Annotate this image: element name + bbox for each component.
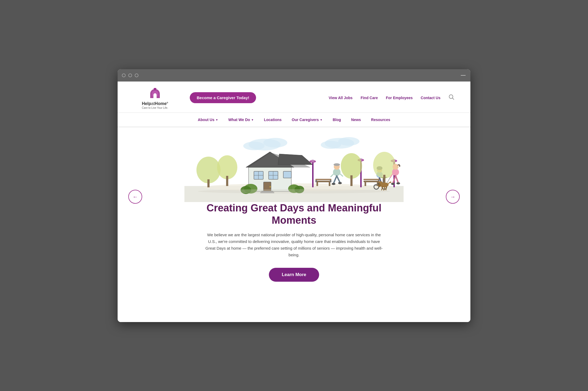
svg-point-48 [338,182,342,184]
svg-rect-68 [365,182,366,186]
browser-dots [122,73,138,77]
svg-rect-11 [207,179,210,187]
svg-point-47 [332,183,335,185]
svg-point-4 [243,142,265,150]
svg-rect-38 [316,182,318,186]
nav-link-find-care[interactable]: Find Care [361,96,378,100]
svg-line-45 [334,176,337,183]
dot-maximize[interactable] [135,73,138,77]
hero-title: Creating Great Days and Meaningful Momen… [187,202,401,226]
nav-link-for-employees[interactable]: For Employees [386,96,413,100]
logo-text: HelpatHome® [142,101,168,106]
nav-item-locations[interactable]: Locations [260,115,286,124]
svg-rect-40 [315,180,317,182]
svg-rect-66 [363,181,380,182]
svg-rect-33 [312,162,314,187]
hero-illustration [184,133,404,202]
svg-rect-37 [315,179,331,180]
svg-point-26 [270,186,271,188]
hero-section: ← [118,127,470,295]
svg-line-1 [452,98,454,100]
svg-point-3 [263,138,287,148]
nav-link-view-all-jobs[interactable]: View All Jobs [329,96,353,100]
hero-description: We believe we are the largest national p… [203,232,385,258]
svg-rect-67 [363,179,380,180]
svg-point-90 [198,189,390,193]
search-icon[interactable] [448,94,454,101]
nav-item-what-we-do[interactable]: What We Do ▼ [224,115,258,124]
svg-rect-39 [329,182,330,186]
logo-icon [148,86,163,101]
carousel-next-button[interactable]: → [446,190,460,204]
nav-item-about-us[interactable]: About Us ▼ [194,115,222,124]
what-we-do-chevron-icon: ▼ [251,118,254,121]
main-nav: About Us ▼ What We Do ▼ Locations Our Ca… [118,113,470,127]
about-us-chevron-icon: ▼ [215,118,218,121]
nav-item-our-caregivers[interactable]: Our Caregivers ▼ [288,115,327,124]
svg-point-89 [378,183,379,185]
browser-minimize-button[interactable]: — [461,72,466,78]
nav-item-resources[interactable]: Resources [367,115,394,124]
top-bar: HelpatHome® Care to Live Your Life. Beco… [118,82,470,113]
svg-rect-41 [330,180,331,182]
svg-point-12 [217,155,237,179]
top-nav-links: View All Jobs Find Care For Employees Co… [329,94,454,101]
svg-point-44 [334,163,340,166]
svg-point-76 [393,164,399,170]
svg-rect-55 [350,175,353,186]
svg-point-79 [391,183,395,185]
learn-more-button[interactable]: Learn More [269,268,319,282]
carousel-prev-button[interactable]: ← [128,190,142,204]
svg-point-80 [396,182,400,184]
our-caregivers-chevron-icon: ▼ [320,118,323,121]
svg-point-7 [321,141,341,149]
browser-titlebar: — [118,69,470,82]
nav-item-news[interactable]: News [347,115,365,124]
browser-window: — HelpatHome® [118,69,470,322]
dot-close[interactable] [122,73,126,77]
nav-link-contact-us[interactable]: Contact Us [421,96,440,100]
svg-marker-17 [278,154,313,165]
browser-body: HelpatHome® Care to Live Your Life. Beco… [118,82,470,322]
svg-rect-24 [283,171,291,178]
logo[interactable]: HelpatHome® Care to Live Your Life. [134,86,176,110]
dot-minimize[interactable] [128,73,132,77]
nav-item-blog[interactable]: Blog [328,115,345,124]
become-caregiver-button[interactable]: Become a Caregiver Today! [190,92,256,103]
svg-line-46 [337,176,340,183]
svg-line-78 [396,176,398,183]
svg-point-6 [338,137,359,146]
svg-rect-13 [226,176,228,186]
svg-point-35 [311,159,314,162]
svg-rect-36 [315,181,331,182]
svg-point-54 [341,153,362,179]
svg-line-88 [386,187,386,190]
logo-tagline: Care to Live Your Life. [142,106,168,109]
